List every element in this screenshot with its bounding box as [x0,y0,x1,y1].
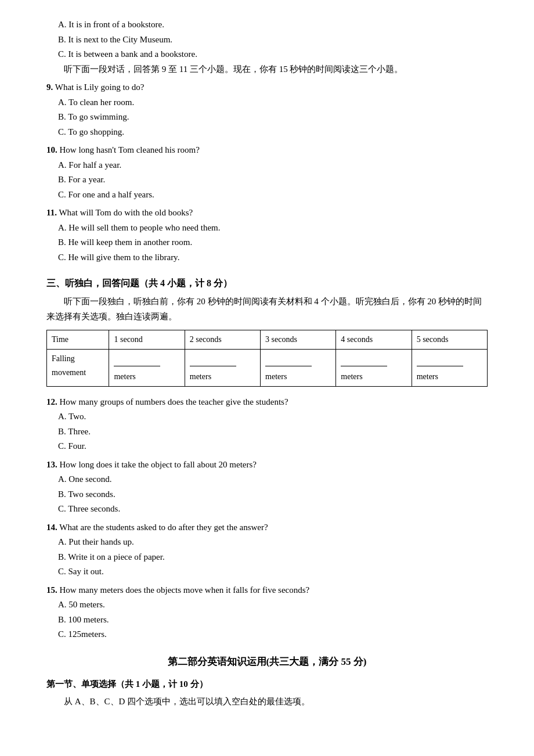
q11-text: What will Tom do with the old books? [59,208,193,217]
blank-1 [114,352,160,366]
question-13: 13. How long does it take the object to … [46,458,488,517]
intro-option-c: C. It is between a bank and a bookstore. [58,47,488,62]
q10-number: 10. [46,145,57,154]
q15-option-c: C. 125meters. [58,627,488,642]
q14-label: 14. What are the students asked to do af… [46,523,268,532]
q15-option-b: B. 100 meters. [58,613,488,628]
falling-table-container: Time 1 second 2 seconds 3 seconds 4 seco… [46,330,488,386]
table-cell-1: meters [109,349,185,386]
q15-label: 15. How many meters does the objects mov… [46,585,309,595]
q14-option-a: A. Put their hands up. [58,535,488,550]
q10-option-c: C. For one and a half years. [58,188,488,203]
blank-4 [341,352,387,366]
q9-option-a: A. To clean her room. [58,95,488,110]
q11-label: 11. What will Tom do with the old books? [46,208,193,217]
q10-option-a: A. For half a year. [58,158,488,173]
q11-option-b: B. He will keep them in another room. [58,235,488,250]
falling-table: Time 1 second 2 seconds 3 seconds 4 seco… [46,330,488,386]
q12-option-c: C. Four. [58,439,488,454]
table-cell-2: meters [185,349,260,386]
intro-option-a: A. It is in front of a bookstore. [58,17,488,33]
q9-text: What is Lily going to do? [55,82,145,92]
table-header-4s: 4 seconds [336,330,412,350]
table-row-label: Fallingmovement [47,349,109,386]
table-cell-3: meters [261,349,336,386]
section1-header: 第一节、单项选择（共 1 小题，计 10 分） [46,677,488,692]
section3-instruction: 听下面一段独白，听独白前，你有 20 秒钟的时间阅读有关材料和 4 个小题。听完… [46,294,488,324]
unit-5: meters [417,370,438,384]
q12-label: 12. How many groups of numbers does the … [46,397,288,406]
q14-text: What are the students asked to do after … [59,523,268,532]
table-header-1s: 1 second [109,330,185,350]
q12-option-a: A. Two. [58,409,488,424]
question-15: 15. How many meters does the objects mov… [46,583,488,642]
q12-option-b: B. Three. [58,424,488,440]
unit-1: meters [114,370,135,384]
q11-option-c: C. He will give them to the library. [58,250,488,265]
section3-header: 三、听独白，回答问题（共 4 小题，计 8 分） [46,275,488,291]
q14-number: 14. [46,523,57,532]
q13-number: 13. [46,460,57,469]
question-9: 9. What is Lily going to do? A. To clean… [46,80,488,139]
q9-option-b: B. To go swimming. [58,110,488,125]
q10-label: 10. How long hasn't Tom cleaned his room… [46,145,200,154]
blank-5 [417,352,463,366]
q15-number: 15. [46,585,57,595]
q10-option-b: B. For a year. [58,172,488,188]
q13-option-b: B. Two seconds. [58,487,488,502]
part2-title: 第二部分英语知识运用(共三大题，满分 55 分) [46,654,488,671]
intro-instruction: 听下面一段对话，回答第 9 至 11 三个小题。现在，你有 15 秒钟的时间阅读… [46,62,488,77]
q12-number: 12. [46,397,57,406]
section1-instruction: 从 A、B、C、D 四个选项中，选出可以填入空白处的最佳选项。 [46,694,488,710]
question-14: 14. What are the students asked to do af… [46,520,488,579]
q15-text: How many meters does the objects move wh… [60,585,310,595]
blank-3 [265,352,312,366]
q14-option-b: B. Write it on a piece of paper. [58,550,488,565]
q13-text: How long does it take the object to fall… [60,460,257,469]
q11-option-a: A. He will sell them to people who need … [58,221,488,236]
table-header-time: Time [47,330,109,350]
q9-option-c: C. To go shopping. [58,125,488,140]
intro-option-b: B. It is next to the City Museum. [58,33,488,48]
q10-text: How long hasn't Tom cleaned his room? [60,145,200,154]
table-header-5s: 5 seconds [412,330,487,350]
q12-text: How many groups of numbers does the teac… [60,397,288,406]
question-11: 11. What will Tom do with the old books?… [46,206,488,265]
question-12: 12. How many groups of numbers does the … [46,395,488,454]
q15-option-a: A. 50 meters. [58,597,488,613]
unit-3: meters [265,370,287,384]
q9-label: 9. What is Lily going to do? [46,82,144,92]
table-header-row: Time 1 second 2 seconds 3 seconds 4 seco… [47,330,488,350]
q9-number: 9. [46,82,53,92]
table-header-3s: 3 seconds [261,330,336,350]
q13-option-c: C. Three seconds. [58,502,488,517]
q13-label: 13. How long does it take the object to … [46,460,257,469]
table-header-2s: 2 seconds [185,330,260,350]
q14-option-c: C. Say it out. [58,564,488,579]
unit-2: meters [190,370,211,384]
table-cell-5: meters [412,349,487,386]
table-data-row: Fallingmovement meters meters meters [47,349,488,386]
table-cell-4: meters [336,349,412,386]
blank-2 [190,352,236,366]
unit-4: meters [341,370,362,384]
intro-options: A. It is in front of a bookstore. B. It … [46,17,488,62]
question-10: 10. How long hasn't Tom cleaned his room… [46,143,488,202]
q13-option-a: A. One second. [58,472,488,487]
q11-number: 11. [46,208,57,217]
